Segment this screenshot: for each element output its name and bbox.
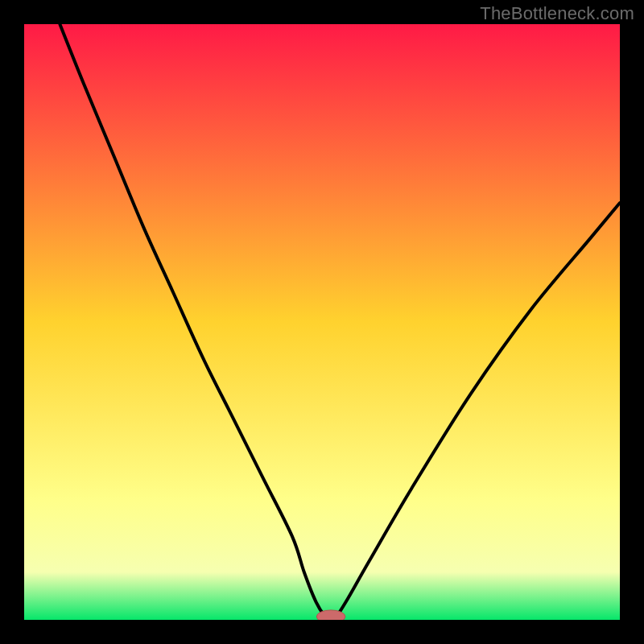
- gradient-background: [24, 24, 620, 620]
- optimal-marker: [316, 610, 345, 620]
- chart-frame: TheBottleneck.com: [0, 0, 644, 644]
- plot-area: [24, 24, 620, 620]
- plot-svg: [24, 24, 620, 620]
- watermark-text: TheBottleneck.com: [480, 3, 634, 24]
